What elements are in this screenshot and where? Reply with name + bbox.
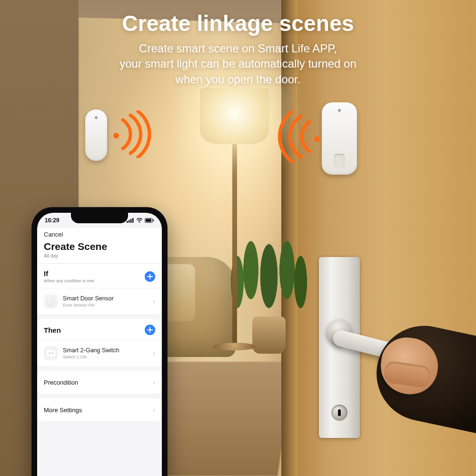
lamp-base [213, 343, 256, 350]
then-heading: Then [44, 326, 61, 334]
svg-rect-1 [129, 220, 130, 223]
action-row[interactable]: Smart 2-Gang Switch Switch 1:ON › [37, 340, 162, 366]
lamp-shade [200, 88, 269, 144]
keyhole-icon [331, 405, 347, 421]
phone-notch [71, 213, 128, 223]
page-title: Create Scene [44, 241, 155, 252]
signal-waves-icon [272, 110, 315, 163]
nav-row: Cancel [37, 228, 162, 240]
switch-icon [44, 346, 58, 360]
door-sensor-main [322, 102, 357, 175]
svg-rect-7 [146, 219, 151, 222]
action-subtitle: Switch 1:ON [63, 355, 148, 359]
headline-line1: Create smart scene on Smart Life APP, [139, 42, 337, 55]
signal-waves-icon [117, 110, 155, 158]
then-section-header: Then [37, 319, 162, 340]
lamp-pole [232, 143, 237, 347]
headline-line2: your smart light can be automatically tu… [119, 57, 357, 70]
headline: Create linkage scenes Create smart scene… [0, 10, 476, 87]
precondition-label: Precondition [44, 379, 78, 386]
page-subtitle: All day [44, 253, 155, 258]
door-sensor-icon [44, 294, 58, 308]
chevron-right-icon: › [153, 378, 155, 386]
plant [224, 205, 314, 324]
condition-title: Smart Door Sensor [63, 295, 148, 302]
more-settings-row[interactable]: More Settings › [37, 398, 162, 421]
add-condition-button[interactable] [145, 271, 155, 282]
more-settings-label: More Settings [44, 407, 82, 414]
wifi-icon [136, 218, 143, 223]
status-time: 16:29 [45, 217, 60, 224]
headline-line3: when you open the door. [176, 73, 301, 86]
battery-icon [145, 218, 154, 223]
action-title: Smart 2-Gang Switch [63, 347, 148, 354]
svg-rect-3 [132, 218, 134, 223]
add-action-button[interactable] [145, 325, 155, 335]
promo-scene: Create linkage scenes Create smart scene… [0, 0, 476, 476]
door-sensor-magnet [85, 109, 107, 161]
condition-row[interactable]: Smart Door Sensor Door Sensor:ON › [37, 288, 162, 314]
condition-subtitle: Door Sensor:ON [63, 303, 148, 307]
precondition-row[interactable]: Precondition › [37, 371, 162, 394]
cancel-button[interactable]: Cancel [44, 231, 63, 238]
phone-mock: 16:29 [31, 207, 168, 476]
svg-rect-2 [130, 219, 132, 223]
hand [376, 312, 476, 426]
plant-pot [252, 317, 286, 354]
if-section-header: If When any condition is met [37, 264, 162, 288]
signal-icon [127, 218, 134, 223]
page-title-block: Create Scene All day [37, 240, 162, 264]
svg-rect-0 [127, 221, 128, 223]
chevron-right-icon: › [153, 349, 155, 357]
svg-rect-6 [153, 219, 154, 221]
if-subheading: When any condition is met [44, 278, 94, 283]
svg-point-4 [139, 221, 140, 223]
headline-title: Create linkage scenes [0, 10, 476, 36]
chevron-right-icon: › [153, 406, 155, 414]
if-heading: If [44, 269, 94, 278]
chevron-right-icon: › [153, 298, 155, 305]
